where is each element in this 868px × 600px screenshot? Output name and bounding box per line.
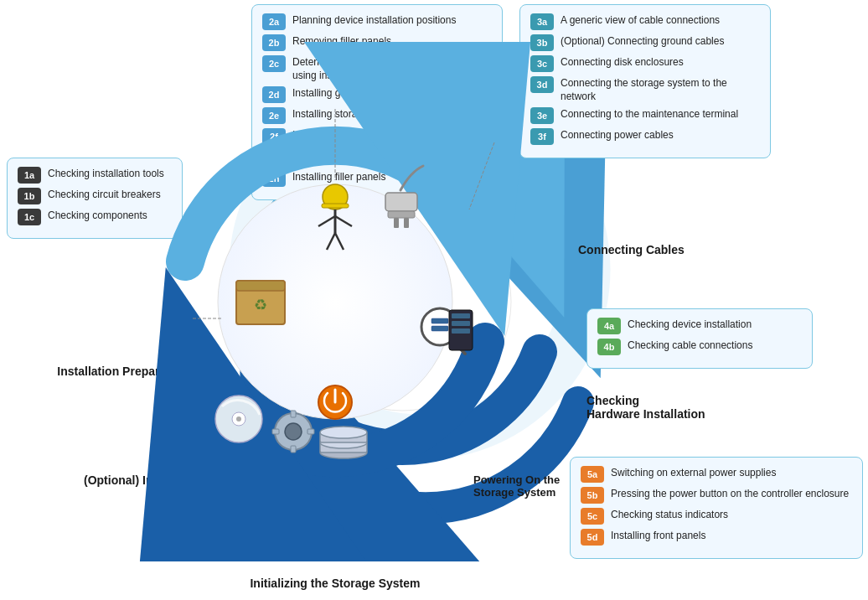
text-3e: Connecting to the maintenance terminal bbox=[561, 107, 738, 121]
text-4a: Checking device installation bbox=[628, 318, 752, 331]
badge-1c: 1c bbox=[18, 209, 41, 225]
badge-2a: 2a bbox=[262, 13, 286, 30]
label-checking-hardware: CheckingHardware Installation bbox=[586, 394, 762, 421]
svg-point-36 bbox=[285, 423, 302, 440]
text-3a: A generic view of cable connections bbox=[561, 13, 720, 27]
text-5d: Installing front panels bbox=[611, 529, 705, 542]
svg-rect-39 bbox=[272, 429, 279, 434]
step-5c: 5c Checking status indicators bbox=[581, 508, 852, 525]
label-connecting-cables: Connecting Cables bbox=[578, 243, 712, 256]
callout-powering-on: 5a Switching on external power supplies … bbox=[570, 457, 863, 559]
text-5a: Switching on external power supplies bbox=[611, 466, 776, 479]
text-5c: Checking status indicators bbox=[611, 508, 728, 521]
step-5b: 5b Pressing the power button on the cont… bbox=[581, 487, 852, 504]
svg-rect-10 bbox=[322, 204, 349, 208]
badge-1b: 1b bbox=[18, 188, 41, 204]
step-4a: 4a Checking device installation bbox=[597, 318, 802, 334]
text-5b: Pressing the power button on the control… bbox=[611, 487, 849, 500]
svg-rect-22 bbox=[404, 218, 409, 228]
svg-rect-29 bbox=[452, 321, 470, 326]
svg-rect-21 bbox=[394, 218, 399, 228]
svg-point-45 bbox=[320, 427, 367, 438]
svg-rect-26 bbox=[431, 326, 448, 331]
svg-rect-40 bbox=[307, 429, 314, 434]
badge-1a: 1a bbox=[18, 167, 41, 184]
callout-checking-hardware: 4a Checking device installation 4b Check… bbox=[586, 308, 813, 369]
svg-rect-28 bbox=[452, 313, 470, 318]
svg-rect-30 bbox=[452, 328, 470, 334]
step-5d: 5d Installing front panels bbox=[581, 529, 852, 546]
step-4b: 4b Checking cable connections bbox=[597, 339, 802, 355]
step-5a: 5a Switching on external power supplies bbox=[581, 466, 852, 483]
svg-text:♻: ♻ bbox=[254, 297, 267, 313]
cycle-main-svg: ♻ bbox=[84, 42, 586, 561]
svg-rect-37 bbox=[291, 411, 296, 417]
svg-line-48 bbox=[469, 142, 494, 209]
step-2a: 2a Planning device installation position… bbox=[262, 13, 492, 30]
text-3d: Connecting the storage system to the net… bbox=[561, 76, 760, 103]
badge-4b: 4b bbox=[597, 339, 621, 355]
badge-3a: 3a bbox=[530, 13, 554, 30]
svg-rect-38 bbox=[291, 446, 296, 453]
svg-point-34 bbox=[236, 416, 241, 422]
badge-4a: 4a bbox=[597, 318, 621, 334]
svg-rect-25 bbox=[431, 318, 448, 323]
svg-rect-19 bbox=[385, 193, 417, 211]
text-2a: Planning device installation positions bbox=[292, 13, 456, 27]
svg-rect-17 bbox=[236, 281, 285, 291]
text-4b: Checking cable connections bbox=[628, 339, 752, 352]
step-3a: 3a A generic view of cable connections bbox=[530, 13, 760, 30]
svg-rect-20 bbox=[388, 211, 415, 218]
label-initializing: Initializing the Storage System bbox=[218, 577, 452, 590]
